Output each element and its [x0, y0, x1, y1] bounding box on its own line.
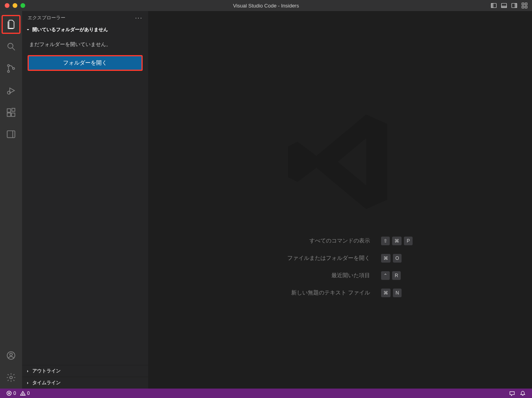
shortcut-label: 最近開いた項目: [268, 272, 370, 280]
minimize-window-button[interactable]: [13, 3, 17, 8]
activity-explorer[interactable]: [2, 15, 20, 34]
timeline-label: タイムライン: [32, 379, 61, 386]
welcome-shortcuts: すべてのコマンドの表示 ⇧ ⌘ P ファイルまたはフォルダーを開く ⌘ O 最近…: [268, 237, 413, 297]
svg-line-11: [12, 48, 15, 50]
vscode-logo-icon: [281, 103, 399, 221]
section-body: まだフォルダーを開いていません。 フォルダーを開く: [22, 35, 148, 74]
shortcut-label: ファイルまたはフォルダーを開く: [268, 254, 370, 262]
svg-rect-21: [7, 131, 15, 137]
key: N: [393, 289, 402, 297]
editor-welcome: すべてのコマンドの表示 ⇧ ⌘ P ファイルまたはフォルダーを開く ⌘ O 最近…: [148, 11, 532, 389]
activity-run-debug[interactable]: [2, 81, 20, 100]
key: ⌘: [392, 237, 402, 245]
svg-point-24: [10, 353, 13, 356]
svg-rect-20: [12, 108, 15, 111]
svg-point-10: [8, 43, 13, 48]
titlebar-layout-controls: [490, 2, 532, 9]
statusbar: 0 0: [0, 389, 532, 398]
section-no-folder-title: 開いているフォルダーがありません: [32, 26, 108, 33]
key: P: [404, 237, 413, 245]
shortcut-label: すべてのコマンドの表示: [268, 237, 370, 245]
maximize-window-button[interactable]: [20, 3, 25, 8]
svg-point-13: [7, 70, 9, 72]
chevron-right-icon: [25, 369, 31, 374]
activity-search[interactable]: [2, 37, 20, 56]
main-area: エクスプローラー ··· 開いているフォルダーがありません まだフォルダーを開い…: [0, 11, 532, 389]
svg-rect-7: [525, 3, 527, 5]
svg-rect-9: [525, 6, 527, 8]
shortcut-keys: ⌘ N: [381, 289, 402, 297]
outline-label: アウトライン: [32, 368, 61, 374]
status-problems[interactable]: 0 0: [4, 391, 32, 396]
no-folder-text: まだフォルダーを開いていません。: [28, 38, 143, 51]
svg-point-12: [7, 65, 9, 67]
key: O: [393, 254, 402, 263]
activity-extensions[interactable]: [2, 103, 20, 122]
key: ⌃: [381, 271, 390, 280]
shortcut-new-untitled-file: 新しい無題のテキスト ファイル ⌘ N: [268, 289, 413, 297]
sidebar-explorer: エクスプローラー ··· 開いているフォルダーがありません まだフォルダーを開い…: [22, 11, 148, 389]
close-window-button[interactable]: [5, 3, 9, 8]
toggle-secondary-sidebar-icon[interactable]: [511, 2, 518, 9]
key: ⌘: [381, 254, 391, 263]
sidebar-more-icon[interactable]: ···: [135, 15, 143, 22]
key: R: [392, 271, 401, 280]
open-folder-button[interactable]: フォルダーを開く: [28, 55, 143, 71]
section-outline[interactable]: アウトライン: [22, 365, 148, 377]
svg-rect-17: [7, 109, 11, 112]
window-title: Visual Studio Code - Insiders: [233, 3, 299, 9]
window-controls: [0, 3, 25, 8]
status-feedback[interactable]: [507, 391, 517, 396]
titlebar: Visual Studio Code - Insiders: [0, 0, 532, 11]
svg-point-25: [10, 376, 13, 379]
sidebar-header: エクスプローラー ···: [22, 11, 148, 25]
shortcut-open-file-folder: ファイルまたはフォルダーを開く ⌘ O: [268, 254, 413, 263]
svg-point-30: [22, 394, 23, 395]
shortcut-open-recent: 最近開いた項目 ⌃ R: [268, 271, 413, 280]
chevron-right-icon: [25, 381, 31, 385]
activity-settings[interactable]: [2, 368, 20, 387]
section-timeline[interactable]: タイムライン: [22, 377, 148, 389]
shortcut-keys: ⇧ ⌘ P: [381, 237, 413, 245]
toggle-primary-sidebar-icon[interactable]: [490, 2, 497, 9]
svg-rect-8: [522, 6, 524, 8]
section-no-folder-open[interactable]: 開いているフォルダーがありません: [22, 25, 148, 35]
shortcut-keys: ⌘ O: [381, 254, 402, 263]
svg-rect-1: [491, 4, 493, 8]
sidebar-title: エクスプローラー: [28, 15, 65, 21]
status-notifications[interactable]: [517, 391, 528, 396]
chevron-down-icon: [25, 28, 31, 32]
svg-rect-6: [522, 3, 524, 5]
activity-remote-explorer[interactable]: [2, 125, 20, 144]
activity-accounts[interactable]: [2, 346, 20, 365]
activity-bar: [0, 11, 22, 389]
customize-layout-icon[interactable]: [521, 2, 528, 9]
warning-icon: [20, 391, 26, 396]
svg-rect-18: [7, 113, 11, 117]
shortcut-keys: ⌃ R: [381, 271, 401, 280]
sidebar-bottom-sections: アウトライン タイムライン: [22, 365, 148, 389]
error-icon: [6, 391, 12, 396]
shortcut-label: 新しい無題のテキスト ファイル: [268, 289, 370, 297]
toggle-panel-icon[interactable]: [500, 2, 508, 9]
activity-source-control[interactable]: [2, 59, 20, 78]
svg-rect-3: [502, 6, 507, 8]
key: ⌘: [381, 289, 391, 297]
shortcut-show-commands: すべてのコマンドの表示 ⇧ ⌘ P: [268, 237, 413, 245]
svg-rect-5: [515, 4, 517, 8]
svg-rect-19: [11, 113, 15, 117]
error-count: 0: [13, 391, 16, 396]
warning-count: 0: [27, 391, 30, 396]
key: ⇧: [381, 237, 390, 245]
